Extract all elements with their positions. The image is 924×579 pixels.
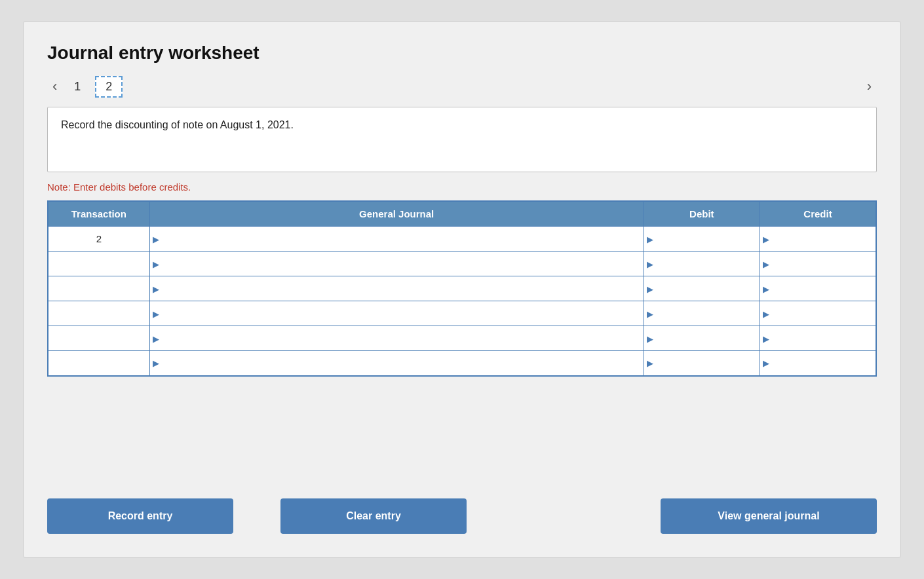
general-journal-input[interactable] bbox=[150, 252, 644, 276]
general-journal-cell[interactable]: ▶ bbox=[149, 227, 644, 252]
credit-arrow-indicator: ▶ bbox=[763, 284, 769, 293]
debit-cell[interactable]: ▶ bbox=[644, 252, 760, 276]
general-journal-cell[interactable]: ▶ bbox=[149, 351, 644, 376]
table-row: ▶▶▶ bbox=[48, 276, 876, 301]
header-credit: Credit bbox=[760, 201, 876, 227]
debit-input[interactable] bbox=[644, 276, 760, 301]
debit-arrow-indicator: ▶ bbox=[647, 234, 653, 244]
general-journal-input[interactable] bbox=[150, 227, 644, 251]
general-journal-input[interactable] bbox=[150, 276, 644, 301]
general-journal-input[interactable] bbox=[150, 326, 644, 350]
debit-input[interactable] bbox=[644, 326, 760, 350]
worksheet-container: Journal entry worksheet ‹ 1 2 › Record t… bbox=[23, 21, 901, 558]
arrow-indicator: ▶ bbox=[153, 259, 159, 269]
debit-input[interactable] bbox=[644, 252, 760, 276]
debit-arrow-indicator: ▶ bbox=[647, 358, 653, 368]
transaction-cell bbox=[48, 351, 149, 376]
debit-cell[interactable]: ▶ bbox=[644, 351, 760, 376]
credit-arrow-indicator: ▶ bbox=[763, 358, 769, 368]
arrow-indicator: ▶ bbox=[153, 284, 159, 293]
credit-input[interactable] bbox=[760, 252, 876, 276]
transaction-cell bbox=[48, 326, 149, 351]
general-journal-cell[interactable]: ▶ bbox=[149, 326, 644, 351]
table-row: ▶▶▶ bbox=[48, 252, 876, 276]
debit-cell[interactable]: ▶ bbox=[644, 227, 760, 252]
general-journal-cell[interactable]: ▶ bbox=[149, 276, 644, 301]
transaction-cell bbox=[48, 276, 149, 301]
view-journal-button[interactable]: View general journal bbox=[661, 498, 877, 534]
clear-entry-button[interactable]: Clear entry bbox=[280, 498, 467, 534]
general-journal-input[interactable] bbox=[150, 301, 644, 326]
credit-cell[interactable]: ▶ bbox=[760, 227, 876, 252]
credit-cell[interactable]: ▶ bbox=[760, 351, 876, 376]
debit-cell[interactable]: ▶ bbox=[644, 276, 760, 301]
page-title: Journal entry worksheet bbox=[47, 43, 877, 64]
debit-input[interactable] bbox=[644, 227, 760, 251]
debit-arrow-indicator: ▶ bbox=[647, 284, 653, 293]
debit-arrow-indicator: ▶ bbox=[647, 308, 653, 318]
general-journal-cell[interactable]: ▶ bbox=[149, 301, 644, 326]
credit-cell[interactable]: ▶ bbox=[760, 326, 876, 351]
debit-input[interactable] bbox=[644, 301, 760, 326]
debit-cell[interactable]: ▶ bbox=[644, 326, 760, 351]
next-arrow[interactable]: › bbox=[862, 75, 877, 98]
arrow-indicator: ▶ bbox=[153, 358, 159, 368]
credit-cell[interactable]: ▶ bbox=[760, 301, 876, 326]
description-text: Record the discounting of note on August… bbox=[61, 119, 294, 130]
buttons-row: Record entry Clear entry View general jo… bbox=[47, 498, 877, 534]
credit-arrow-indicator: ▶ bbox=[763, 259, 769, 269]
table-row: 2▶▶▶ bbox=[48, 227, 876, 252]
credit-cell[interactable]: ▶ bbox=[760, 276, 876, 301]
note-text: Note: Enter debits before credits. bbox=[47, 181, 877, 193]
credit-arrow-indicator: ▶ bbox=[763, 234, 769, 244]
transaction-cell bbox=[48, 252, 149, 276]
debit-cell[interactable]: ▶ bbox=[644, 301, 760, 326]
description-box: Record the discounting of note on August… bbox=[47, 107, 877, 172]
general-journal-cell[interactable]: ▶ bbox=[149, 252, 644, 276]
header-transaction: Transaction bbox=[48, 201, 149, 227]
credit-arrow-indicator: ▶ bbox=[763, 333, 769, 343]
record-entry-button[interactable]: Record entry bbox=[47, 498, 233, 534]
general-journal-input[interactable] bbox=[150, 351, 644, 375]
transaction-cell bbox=[48, 301, 149, 326]
transaction-cell: 2 bbox=[48, 227, 149, 252]
debit-arrow-indicator: ▶ bbox=[647, 333, 653, 343]
table-row: ▶▶▶ bbox=[48, 301, 876, 326]
debit-arrow-indicator: ▶ bbox=[647, 259, 653, 269]
credit-input[interactable] bbox=[760, 326, 876, 350]
credit-arrow-indicator: ▶ bbox=[763, 308, 769, 318]
table-row: ▶▶▶ bbox=[48, 326, 876, 351]
page-1-number[interactable]: 1 bbox=[69, 77, 86, 96]
header-general-journal: General Journal bbox=[149, 201, 644, 227]
credit-input[interactable] bbox=[760, 227, 876, 251]
arrow-indicator: ▶ bbox=[153, 234, 159, 244]
arrow-indicator: ▶ bbox=[153, 333, 159, 343]
arrow-indicator: ▶ bbox=[153, 308, 159, 318]
credit-cell[interactable]: ▶ bbox=[760, 252, 876, 276]
journal-table: Transaction General Journal Debit Credit… bbox=[47, 200, 877, 377]
credit-input[interactable] bbox=[760, 276, 876, 301]
debit-input[interactable] bbox=[644, 351, 760, 375]
nav-row: ‹ 1 2 › bbox=[47, 75, 877, 98]
page-2-number[interactable]: 2 bbox=[95, 76, 123, 98]
credit-input[interactable] bbox=[760, 351, 876, 375]
prev-arrow[interactable]: ‹ bbox=[47, 75, 62, 98]
header-debit: Debit bbox=[644, 201, 760, 227]
credit-input[interactable] bbox=[760, 301, 876, 326]
table-row: ▶▶▶ bbox=[48, 351, 876, 376]
